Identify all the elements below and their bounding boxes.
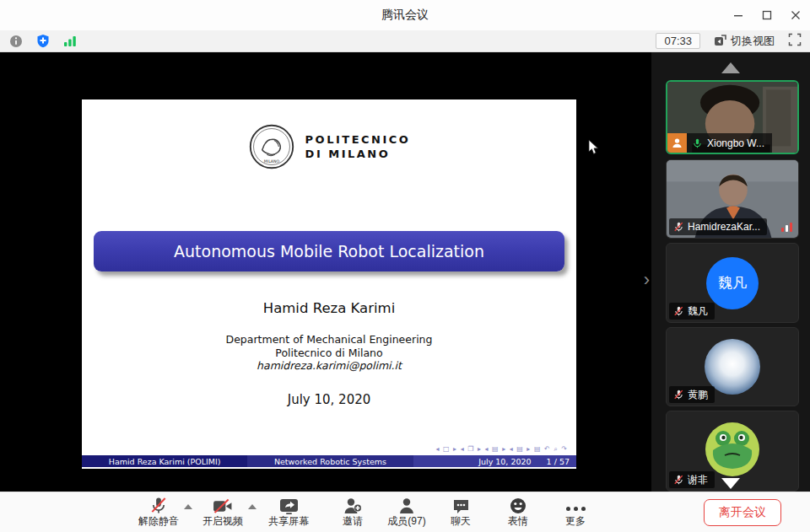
minimize-icon (733, 10, 743, 20)
participant-tile-xiongbo[interactable]: Xiongbo W... (666, 80, 799, 154)
unmute-button[interactable]: 解除静音 (133, 497, 184, 527)
polimi-logo-text: POLITECNICO DI MILANO (305, 132, 411, 161)
maximize-icon (762, 10, 772, 20)
camera-off-icon (212, 498, 234, 514)
participant-tile-huangpeng[interactable]: 黄鹏 (666, 327, 799, 406)
mic-muted-icon (673, 305, 684, 317)
footline-series: Networked Robotic Systems (247, 455, 413, 467)
svg-text:MILANO: MILANO (263, 159, 279, 164)
slide-email: hamidreza.karimi@polimi.it (82, 359, 576, 373)
invite-button[interactable]: 邀请 (327, 497, 378, 527)
start-video-button[interactable]: 开启视频 (197, 497, 248, 527)
frog-avatar (705, 422, 760, 477)
more-button[interactable]: 更多 (550, 497, 601, 527)
participant-name: HamidrezaKar... (688, 221, 760, 233)
slide-university: Politecnico di Milano (82, 347, 576, 360)
participant-name-badge: 谢非 (669, 471, 715, 488)
participant-name-badge: 魏凡 (669, 303, 715, 320)
sidebar-collapse-chevron[interactable]: › (644, 273, 650, 287)
polimi-seal-icon: MILANO (248, 123, 295, 170)
meeting-statusbar: 07:33 切换视图 (0, 30, 810, 52)
scroll-down-arrow[interactable] (721, 478, 740, 489)
invite-person-icon (343, 497, 362, 514)
close-icon (791, 10, 801, 20)
slide-title: Autonomous Mobile Robot Localization (174, 242, 484, 261)
share-screen-icon (279, 498, 299, 514)
participant-name-badge: 黄鹏 (669, 386, 715, 403)
unmute-options-caret[interactable] (184, 504, 192, 509)
mouse-cursor (588, 139, 599, 155)
security-shield-button[interactable] (35, 34, 51, 49)
emoji-button[interactable]: 表情 (493, 497, 543, 527)
footline-date: July 10, 2020 (478, 457, 531, 466)
beamer-nav-symbols: ◂ □ ▸ ◂ ❐ ▸ ◂ ▤ ▸ ◂ ▤ ▸ ▤ ↶ ⌕ ↷ (435, 445, 568, 454)
info-icon (9, 35, 23, 48)
switch-view-icon (714, 35, 726, 47)
leave-meeting-button[interactable]: 离开会议 (704, 499, 781, 526)
participant-tile-weifan[interactable]: 魏凡 魏凡 (666, 243, 799, 323)
slide-title-banner: Autonomous Mobile Robot Localization (94, 231, 564, 271)
smiley-icon (510, 497, 526, 514)
chat-bubble-icon (452, 498, 470, 514)
footline-date-page: July 10, 2020 1 / 57 (413, 455, 576, 467)
slide-author: Hamid Reza Karimi (82, 300, 576, 316)
chat-button[interactable]: 聊天 (435, 497, 486, 527)
share-screen-button[interactable]: 共享屏幕 (262, 497, 316, 527)
participant-name-badge: Xiongbo W... (667, 133, 772, 153)
signal-bars-icon (63, 35, 77, 47)
slide-department: Department of Mechanical Engineering (82, 333, 576, 347)
participant-name-badge: HamidrezaKar... (669, 218, 767, 235)
fullscreen-button[interactable] (788, 33, 802, 50)
slide-affiliation-block: Department of Mechanical Engineering Pol… (82, 333, 576, 373)
participant-name: 魏凡 (688, 304, 708, 319)
mic-muted-icon (673, 389, 684, 400)
minimize-button[interactable] (724, 0, 753, 30)
window-title: 腾讯会议 (0, 8, 810, 23)
presentation-slide: MILANO POLITECNICO DI MILANO Autonomous … (82, 99, 576, 469)
switch-view-label: 切换视图 (731, 34, 775, 49)
maximize-button[interactable] (753, 0, 781, 30)
participant-name: 谢非 (688, 473, 708, 487)
slide-footline: Hamid Reza Karimi (POLIMI) Networked Rob… (82, 455, 576, 467)
network-signal-button[interactable] (62, 34, 78, 49)
participant-name: Xiongbo W... (707, 137, 764, 149)
mic-on-icon (692, 137, 703, 149)
members-icon (398, 497, 415, 514)
window-titlebar: 腾讯会议 (0, 0, 810, 30)
meeting-timer: 07:33 (656, 33, 700, 49)
host-icon (667, 133, 687, 153)
mic-muted-icon (673, 474, 684, 486)
mic-muted-icon (149, 497, 168, 514)
participants-sidebar: Xiongbo W... HamidrezaK (651, 52, 810, 492)
shield-icon (36, 34, 50, 48)
shared-screen-stage: MILANO POLITECNICO DI MILANO Autonomous … (0, 52, 651, 492)
poor-signal-icon (781, 223, 792, 232)
initials-avatar: 魏凡 (706, 257, 759, 309)
footline-page: 1 / 57 (547, 457, 570, 466)
close-button[interactable] (781, 0, 810, 30)
switch-view-button[interactable]: 切换视图 (714, 34, 775, 49)
more-dots-icon (566, 507, 586, 511)
meeting-toolbar: 解除静音 开启视频 共享屏幕 (0, 492, 810, 532)
footline-author: Hamid Reza Karimi (POLIMI) (82, 455, 247, 467)
slide-date: July 10, 2020 (82, 392, 576, 407)
participant-tile-hamidreza[interactable]: HamidrezaKar... (666, 159, 799, 239)
scroll-up-arrow[interactable] (721, 62, 740, 73)
mic-muted-icon (673, 221, 684, 233)
participant-name: 黄鹏 (688, 388, 708, 402)
fullscreen-icon (788, 33, 802, 46)
video-options-caret[interactable] (248, 504, 256, 509)
members-button[interactable]: 成员(97) (381, 497, 432, 527)
meeting-info-button[interactable] (8, 34, 24, 49)
